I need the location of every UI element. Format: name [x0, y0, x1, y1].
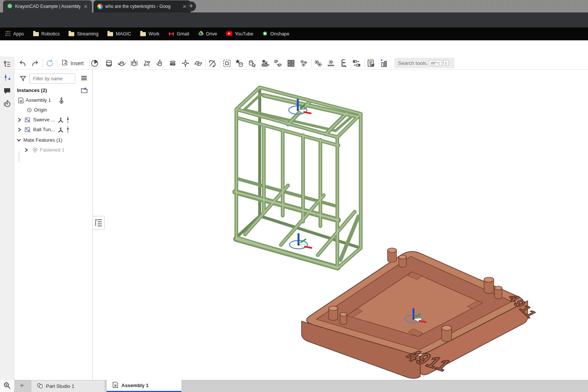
fix-anchor-icon	[58, 97, 64, 105]
part-studio-icon	[37, 382, 43, 390]
kebab-handle-icon[interactable]	[66, 126, 69, 135]
snap-mode-icon[interactable]	[261, 59, 270, 68]
mate-features-header: Mate Features (1)	[23, 137, 62, 143]
bookmark-robotics[interactable]: Robotics	[33, 31, 60, 37]
bookmark-apps[interactable]: Apps	[5, 31, 24, 37]
gear-relation-icon[interactable]	[314, 59, 323, 68]
tree-item-origin[interactable]: Origin	[14, 106, 93, 115]
panel-collapse-handle[interactable]	[93, 216, 105, 230]
pattern-icon[interactable]	[286, 59, 296, 68]
instances-header-row: Instances (2)	[14, 86, 93, 95]
named-positions-icon[interactable]	[248, 59, 257, 68]
browser-tab-inactive[interactable]: who are the cyberknights - Goog ✕	[93, 0, 191, 12]
sync-update-icon[interactable]	[45, 59, 54, 68]
tab-title: KrayonCAD Example | Assembly	[15, 4, 80, 9]
browser-tab-strip: KrayonCAD Example | Assembly ✕ who are t…	[0, 0, 588, 12]
search-tools-box[interactable]: alt/⌥ c	[394, 58, 455, 68]
assembly-tab-icon	[112, 381, 119, 389]
gmail-icon	[168, 31, 174, 37]
bookmark-onshape[interactable]: Onshape	[262, 31, 289, 37]
bookmark-drive[interactable]: Drive	[198, 31, 217, 37]
browser-url-bar: ← → ⟳ cad.onshape.com/documents/24d83603…	[0, 12, 588, 28]
tab-assembly[interactable]: Assembly 1	[107, 380, 181, 392]
screw-relation-icon[interactable]	[339, 59, 348, 68]
planar-mate-icon[interactable]	[142, 59, 152, 68]
3d-viewport-canvas: 4911 4911	[93, 70, 588, 380]
tree-item-label: Assembly 1	[26, 97, 51, 103]
bill-of-materials-icon[interactable]	[366, 59, 375, 68]
kebab-handle-icon[interactable]	[66, 116, 69, 125]
tree-item-assembly[interactable]: Assembly 1	[14, 96, 93, 105]
tangent-mate-icon[interactable]	[208, 59, 217, 68]
onshape-logo-icon	[262, 31, 268, 37]
chevron-right-icon[interactable]	[17, 117, 22, 124]
tab-title: who are the cyberknights - Goog	[105, 4, 179, 9]
create-subassembly-icon[interactable]	[81, 87, 88, 95]
group-icon[interactable]	[222, 59, 231, 68]
tab-label: Assembly 1	[121, 383, 149, 388]
new-tab-button[interactable]: +	[186, 2, 196, 11]
replicate-icon[interactable]	[274, 59, 283, 68]
apps-grid-icon	[5, 31, 11, 37]
onshape-favicon-icon	[7, 3, 13, 10]
mate-tripod-icon	[57, 126, 64, 134]
belt-relation-icon[interactable]	[352, 59, 361, 68]
onshape-header: onshape KrayonCAD Example Main	[0, 40, 588, 57]
folder-icon	[107, 32, 113, 36]
comments-icon[interactable]	[3, 87, 11, 95]
mate-connector-triad[interactable]	[289, 233, 312, 249]
chevron-right-icon[interactable]	[23, 147, 29, 154]
browser-tab-active[interactable]: KrayonCAD Example | Assembly ✕	[3, 0, 92, 12]
add-mate-connector-icon[interactable]	[3, 74, 11, 82]
bookmark-youtube[interactable]: YouTube	[226, 31, 253, 37]
tree-item-fastened[interactable]: Fastened 1	[14, 146, 93, 155]
cylindrical-mate-icon[interactable]	[155, 59, 164, 68]
origin-icon	[27, 107, 32, 114]
bookmark-streaming[interactable]: Streaming	[69, 31, 98, 37]
bookmark-magic[interactable]: MAGIC	[107, 31, 131, 37]
pin-slot-mate-icon[interactable]	[181, 59, 190, 68]
part-instance-icon	[24, 116, 31, 124]
relations-icon[interactable]	[299, 59, 308, 68]
assembly-doc-icon	[18, 97, 24, 105]
mate-tripod-icon	[57, 116, 64, 124]
history-icon[interactable]	[3, 100, 11, 108]
undo-icon[interactable]	[18, 59, 27, 68]
bookmark-gmail[interactable]: Gmail	[168, 31, 189, 37]
insert-button[interactable]: Insert	[61, 59, 84, 67]
search-tools-input[interactable]	[398, 60, 427, 66]
slider-mate-icon[interactable]	[130, 59, 139, 68]
tree-item-swerve[interactable]: Swerve ...	[14, 116, 93, 125]
folder-icon	[69, 32, 74, 36]
filter-by-name-input[interactable]	[29, 74, 75, 84]
tree-item-label: Fastened 1	[40, 147, 64, 153]
chevron-right-icon[interactable]	[17, 127, 22, 133]
mate-connector-icon[interactable]	[235, 59, 244, 68]
redo-icon[interactable]	[31, 59, 40, 68]
fastened-mate-icon[interactable]	[104, 59, 113, 68]
search-tabs-button[interactable]	[0, 380, 14, 392]
bookmark-work[interactable]: Work	[140, 31, 159, 37]
list-options-icon[interactable]	[80, 75, 88, 83]
insert-icon	[61, 59, 69, 67]
tab-close-icon[interactable]: ✕	[83, 4, 89, 9]
display-states-icon[interactable]	[379, 59, 388, 68]
chevron-down-icon[interactable]	[16, 138, 21, 144]
rack-and-pinion-relation-icon[interactable]	[326, 59, 335, 68]
revolute-mate-icon[interactable]	[117, 59, 126, 68]
instances-list-icon[interactable]	[3, 60, 11, 69]
tree-item-label: Ball Tun...	[33, 127, 55, 132]
add-tab-button[interactable]: +	[17, 381, 26, 390]
filter-icon[interactable]	[19, 75, 27, 84]
folder-icon	[33, 32, 39, 36]
3d-viewport[interactable]: 4911 4911	[93, 70, 588, 380]
tab-label: Part Studio 1	[46, 383, 74, 389]
ball-mate-icon[interactable]	[168, 59, 177, 68]
mate-features-header-row[interactable]: Mate Features (1)	[14, 136, 93, 145]
parallel-mate-icon[interactable]	[194, 59, 203, 68]
tree-item-ball-tunnel[interactable]: Ball Tun...	[14, 126, 93, 135]
instances-panel: Instances (2) Assembly 1 Origin	[14, 70, 93, 380]
tab-part-studio[interactable]: Part Studio 1	[31, 380, 105, 392]
shortcut-key-c: c	[443, 60, 449, 66]
mate-icon[interactable]	[90, 59, 99, 68]
